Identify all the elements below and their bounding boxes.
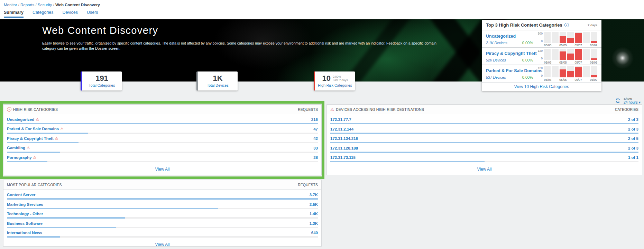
tab-bar: SummaryCategoriesDevicesUsers xyxy=(4,10,98,18)
tab-devices[interactable]: Devices xyxy=(62,10,77,18)
table-row: Gambling⚠33 xyxy=(7,145,318,154)
devices-link[interactable]: 2.1K Devices xyxy=(486,41,507,45)
category-link[interactable]: Marketing Services xyxy=(7,202,43,207)
category-link[interactable]: Piracy & Copyright Theft xyxy=(486,51,537,56)
top-risk-panel-header: Top 3 High Risk Content Categories i 7 d… xyxy=(482,20,601,30)
trend-percent: 0.00% xyxy=(522,75,533,79)
panel-footer: View All xyxy=(3,239,321,249)
tab-summary[interactable]: Summary xyxy=(4,10,24,18)
panel-header: ⚠ DEVICES ACCESSING HIGH-RISK DESTINATIO… xyxy=(327,105,642,114)
category-link[interactable]: International News xyxy=(7,231,42,235)
value-link[interactable]: 2 of 3 xyxy=(628,146,638,150)
devices-link[interactable]: 520 Devices xyxy=(486,58,506,62)
web-content-discovery-page: Monitor / Reports / Security / Web Conte… xyxy=(0,0,644,249)
x-axis-label: 05/03 xyxy=(544,61,551,64)
stat-delta: 0.00%Last 7 days xyxy=(333,75,348,82)
x-axis-label: 05/03 xyxy=(544,78,551,82)
value-link[interactable]: 33 xyxy=(313,146,318,150)
value-link[interactable]: 3.7K xyxy=(310,193,318,197)
panel-footer: View All xyxy=(3,164,321,175)
category-link[interactable]: Content Server xyxy=(7,193,35,197)
x-axis: 05/0305/0505/0705/09 xyxy=(544,44,597,47)
sparkline-chart: 120005/0305/0505/0705/09 xyxy=(535,49,597,65)
breadcrumb-link[interactable]: Security xyxy=(38,3,52,7)
value-link[interactable]: 1.3K xyxy=(310,221,318,226)
chart-bar xyxy=(544,32,551,43)
category-link[interactable]: Piracy & Copyright Theft⚠ xyxy=(7,136,58,141)
y-axis-max: 500 xyxy=(538,32,543,35)
category-link[interactable]: Uncategorized⚠ xyxy=(7,117,39,122)
table-row: Content Server3.7K xyxy=(7,191,318,201)
y-axis: 5000 xyxy=(535,32,544,43)
table-row: 172.31.128.1882 of 3 xyxy=(330,145,638,154)
value-link[interactable]: 28 xyxy=(313,155,318,160)
category-link[interactable]: Gambling⚠ xyxy=(7,146,30,150)
chart-bar xyxy=(552,32,558,43)
category-link[interactable]: Business Software xyxy=(7,221,43,226)
stat-card: 1KTotal Devices xyxy=(196,71,238,90)
category-link[interactable]: Uncategorized xyxy=(486,34,516,39)
breadcrumb-link[interactable]: Reports xyxy=(20,3,34,7)
warning-icon: ⚠ xyxy=(55,136,58,141)
time-range-dropdown[interactable]: 24 hours ▾ xyxy=(624,100,641,104)
device-link[interactable]: 172.31.77.7 xyxy=(330,117,351,122)
value-link[interactable]: 2.5K xyxy=(310,202,318,207)
view-all-link[interactable]: View All xyxy=(155,242,170,247)
device-link[interactable]: 172.31.2.144 xyxy=(330,127,353,131)
risk-category-row: Uncategorized2.1K Devices0.00%500005/030… xyxy=(482,30,601,48)
caret-down-icon: ▾ xyxy=(639,100,641,104)
stat-label-link[interactable]: High Risk Categories xyxy=(318,83,352,87)
chart-bar xyxy=(560,66,566,77)
x-axis: 05/0305/0505/0705/09 xyxy=(544,78,597,82)
stat-card: 100.00%Last 7 daysHigh Risk Categories xyxy=(314,71,355,90)
tab-users[interactable]: Users xyxy=(87,10,98,18)
warning-icon: ⚠ xyxy=(330,107,334,112)
category-link[interactable]: Pornography⚠ xyxy=(7,155,36,160)
category-link[interactable]: Technology - Other xyxy=(7,212,43,216)
value-link[interactable]: 2 of 3 xyxy=(628,127,638,131)
view-all-link[interactable]: View All xyxy=(477,167,492,172)
value-link[interactable]: 47 xyxy=(313,127,318,131)
value-link[interactable]: 1.4K xyxy=(310,212,318,216)
breadcrumb-current: Web Content Discovery xyxy=(55,3,100,7)
tab-categories[interactable]: Categories xyxy=(33,10,53,18)
x-axis-label: 05/07 xyxy=(574,78,582,82)
y-axis-max: 120 xyxy=(538,66,543,70)
table-row: Piracy & Copyright Theft⚠42 xyxy=(7,135,318,145)
breadcrumb-link[interactable]: Monitor xyxy=(4,3,17,7)
value-link[interactable]: 2 of 3 xyxy=(628,117,638,122)
category-link[interactable]: Parked & For Sale Domains xyxy=(486,68,542,73)
value-link[interactable]: 42 xyxy=(313,136,318,141)
breadcrumb-separator: / xyxy=(52,3,55,7)
refresh-icon[interactable] xyxy=(615,98,620,104)
stat-value: 10 xyxy=(322,75,331,82)
device-link[interactable]: 172.31.128.188 xyxy=(330,146,358,150)
high-risk-categories-panel: × HIGH-RISK CATEGORIES REQUESTS Uncatego… xyxy=(3,104,322,175)
view-high-risk-categories-link[interactable]: View 10 High Risk Categories xyxy=(514,84,569,89)
stat-label-link[interactable]: Total Devices xyxy=(207,83,228,87)
value-link[interactable]: 2 of 5 xyxy=(628,136,638,141)
risk-category-row: Parked & For Sale Domains537 Devices0.00… xyxy=(482,65,601,82)
progress-bar xyxy=(330,133,638,134)
value-link[interactable]: 640 xyxy=(311,231,318,235)
info-icon[interactable]: i xyxy=(564,23,569,27)
view-all-link[interactable]: View All xyxy=(155,167,170,172)
trend-percent: 0.00% xyxy=(522,41,533,45)
chart-bar xyxy=(591,32,597,43)
y-axis-min: 0 xyxy=(541,39,543,43)
category-link[interactable]: Parked & For Sale Domains⚠ xyxy=(7,127,64,131)
requests-column-header: REQUESTS xyxy=(298,183,318,187)
value-link[interactable]: 216 xyxy=(311,117,318,122)
y-axis-max: 120 xyxy=(538,49,543,52)
value-link[interactable]: 1 of 1 xyxy=(628,155,638,160)
breadcrumb-separator: / xyxy=(17,3,20,7)
page-description-line1: Easily browse to see your traffic, organ… xyxy=(42,41,436,46)
device-link[interactable]: 172.31.134.216 xyxy=(330,136,358,141)
chart-bar xyxy=(567,32,574,43)
device-link[interactable]: 172.31.73.115 xyxy=(330,155,356,160)
top-bar: Monitor / Reports / Security / Web Conte… xyxy=(0,0,644,19)
chart-bar xyxy=(552,49,558,60)
stat-label-link[interactable]: Total Categories xyxy=(89,83,115,87)
devices-link[interactable]: 537 Devices xyxy=(486,75,506,79)
chart-bars xyxy=(544,49,597,60)
